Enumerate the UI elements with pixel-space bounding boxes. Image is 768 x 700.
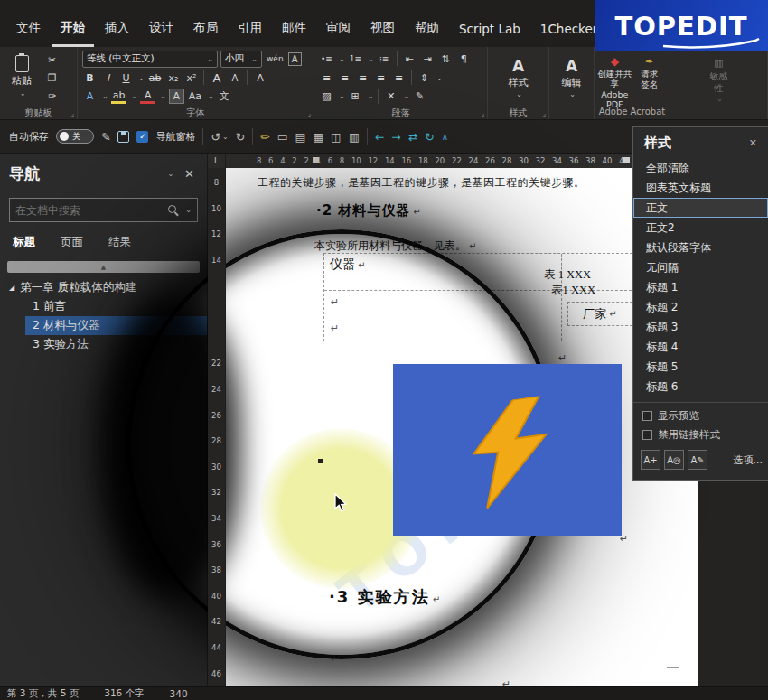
style-default-font[interactable]: 默认段落字体 bbox=[633, 238, 768, 257]
tab-headings[interactable]: 标题 bbox=[13, 235, 35, 250]
navpane-checkbox[interactable]: ✓ bbox=[136, 131, 148, 143]
style-heading-3[interactable]: 标题 3 bbox=[633, 317, 768, 337]
menu-insert[interactable]: 插入 bbox=[96, 13, 138, 47]
style-body-text-2[interactable]: 正文2 bbox=[633, 218, 768, 238]
menu-references[interactable]: 引用 bbox=[229, 13, 271, 47]
swap-arrows-icon[interactable]: ⇄ bbox=[408, 130, 417, 144]
align-left-button[interactable]: ≡ bbox=[319, 70, 334, 86]
asian-layout-button[interactable]: ✕ bbox=[383, 89, 398, 104]
bullets-button[interactable]: •≡ bbox=[319, 51, 334, 67]
heading-2-materials[interactable]: 2 材料与仪器 bbox=[25, 316, 207, 335]
heading-1-foreword[interactable]: 1 前言 bbox=[0, 297, 207, 316]
refresh-icon[interactable]: ↻ bbox=[425, 130, 434, 144]
font-size-select[interactable]: 小四 ⌄ bbox=[220, 51, 262, 68]
table-icon[interactable]: ▤ bbox=[295, 130, 305, 144]
justify-button[interactable]: ≡ bbox=[373, 70, 389, 86]
redo-button[interactable]: ↻ bbox=[236, 130, 245, 144]
menu-script-lab[interactable]: Script Lab bbox=[450, 14, 529, 47]
forward-arrow-icon[interactable]: → bbox=[391, 130, 400, 144]
request-signature-button[interactable]: ✒ 请求 签名 bbox=[632, 50, 668, 89]
style-heading-1[interactable]: 标题 1 bbox=[633, 277, 768, 297]
checkbox-icon[interactable] bbox=[642, 430, 652, 440]
character-shading-button[interactable]: A bbox=[169, 89, 184, 104]
shading-fill-button[interactable]: ▨ bbox=[319, 89, 334, 104]
dialog-launcher-icon[interactable]: ⌟ bbox=[482, 110, 484, 117]
chevron-down-icon[interactable]: ⌄ bbox=[436, 74, 443, 82]
save-icon[interactable] bbox=[117, 131, 129, 143]
font-color-button[interactable]: A bbox=[140, 89, 155, 104]
page-indicator[interactable]: 第 3 页，共 5 页 bbox=[7, 687, 79, 700]
back-arrow-icon[interactable]: ← bbox=[375, 130, 384, 144]
autosave-toggle[interactable]: 关 bbox=[56, 129, 94, 144]
text-effects-button[interactable]: A bbox=[82, 89, 98, 104]
style-heading-6[interactable]: 标题 6 bbox=[633, 377, 768, 397]
style-inspector-button[interactable]: A◎ bbox=[664, 450, 684, 470]
menu-home[interactable]: 开始 bbox=[52, 13, 94, 47]
pen-icon[interactable]: ✎ bbox=[101, 130, 110, 144]
phonetic-guide-icon[interactable]: wén bbox=[265, 51, 286, 67]
change-case-button[interactable]: Aa bbox=[187, 89, 203, 104]
asian-layout-icon[interactable]: 文 bbox=[217, 89, 232, 104]
style-no-spacing[interactable]: 无间隔 bbox=[633, 257, 768, 277]
shape-icon[interactable]: ▭ bbox=[277, 130, 288, 144]
format-painter-icon[interactable]: ✑ bbox=[44, 89, 60, 104]
expand-triangle-icon[interactable]: ◢ bbox=[9, 284, 14, 292]
paste-button[interactable]: 粘贴 ⌄ bbox=[3, 50, 41, 102]
undo-button[interactable]: ↺⌄ bbox=[211, 130, 228, 144]
chevron-down-icon[interactable]: ⌄ bbox=[368, 92, 374, 100]
chart-icon[interactable]: ▥ bbox=[349, 130, 360, 144]
indent-marker[interactable] bbox=[313, 157, 319, 163]
dialog-launcher-icon[interactable]: ⌟ bbox=[71, 110, 74, 117]
chevron-down-icon[interactable]: ⌄ bbox=[403, 92, 409, 100]
clear-formatting-button[interactable]: A bbox=[252, 70, 267, 86]
sort-button[interactable]: ⇅ bbox=[438, 51, 454, 67]
chevron-down-icon[interactable]: ⌄ bbox=[339, 55, 345, 63]
menu-design[interactable]: 设计 bbox=[140, 13, 183, 47]
tab-results[interactable]: 结果 bbox=[108, 235, 131, 250]
cut-icon[interactable]: ✂ bbox=[44, 52, 60, 68]
menu-file[interactable]: 文件 bbox=[7, 13, 50, 47]
align-right-button[interactable]: ≡ bbox=[355, 70, 370, 86]
chevron-down-icon[interactable]: ⌄ bbox=[131, 92, 137, 100]
search-input[interactable] bbox=[15, 204, 164, 217]
word-count[interactable]: 316 个字 bbox=[104, 687, 144, 700]
new-style-button[interactable]: A+ bbox=[641, 450, 660, 470]
tab-stop-selector[interactable]: L bbox=[208, 154, 226, 168]
increase-indent-button[interactable]: ⇥ bbox=[420, 51, 436, 67]
heading-3-methods[interactable]: 3 实验方法 bbox=[0, 335, 207, 354]
numbering-button[interactable]: 1≡ bbox=[348, 51, 363, 67]
chevron-down-icon[interactable]: ⌄ bbox=[208, 92, 214, 100]
highlight-color-button[interactable]: ab bbox=[111, 89, 127, 104]
document-search-box[interactable]: ⌄ bbox=[9, 198, 198, 222]
distribute-button[interactable]: ≡ bbox=[391, 70, 407, 86]
collapse-ribbon-icon[interactable]: ∧ bbox=[442, 132, 448, 142]
style-heading-2[interactable]: 标题 2 bbox=[633, 297, 768, 317]
italic-button[interactable]: I bbox=[100, 70, 116, 86]
disable-linked-option[interactable]: 禁用链接样式 bbox=[633, 425, 768, 444]
chevron-down-icon[interactable]: ⌄ bbox=[185, 206, 192, 214]
scroll-up-strip[interactable]: ▲ bbox=[7, 261, 200, 273]
show-marks-button[interactable]: ¶ bbox=[456, 51, 472, 67]
editing-button[interactable]: A 编辑 ⌄ bbox=[552, 50, 591, 106]
chevron-down-icon[interactable]: ⌄ bbox=[160, 92, 166, 100]
grow-font-button[interactable]: A bbox=[209, 70, 224, 86]
heading-chapter-1[interactable]: ◢ 第一章 质粒载体的构建 bbox=[0, 278, 207, 297]
style-heading-4[interactable]: 标题 4 bbox=[633, 337, 768, 357]
chevron-down-icon[interactable]: ⌄ bbox=[368, 55, 374, 63]
underline-button[interactable]: U bbox=[118, 70, 134, 86]
vertical-ruler[interactable]: 810121422242628303234363840424446 bbox=[208, 168, 226, 686]
style-heading-5[interactable]: 标题 5 bbox=[633, 357, 768, 377]
align-center-button[interactable]: ≡ bbox=[337, 70, 352, 86]
style-chart-english-title[interactable]: 图表英文标题 bbox=[633, 178, 768, 198]
document-image[interactable] bbox=[393, 364, 622, 536]
menu-view[interactable]: 视图 bbox=[361, 13, 404, 47]
menu-review[interactable]: 审阅 bbox=[317, 13, 360, 47]
tab-pages[interactable]: 页面 bbox=[61, 235, 83, 250]
line-spacing-button[interactable]: ⇕ bbox=[417, 70, 432, 86]
menu-layout[interactable]: 布局 bbox=[184, 13, 227, 47]
options-link[interactable]: 选项... bbox=[734, 453, 763, 467]
styles-button[interactable]: A 样式 ⌄ bbox=[491, 50, 546, 106]
shrink-font-button[interactable]: A bbox=[227, 70, 242, 86]
chevron-down-icon[interactable]: ⌄ bbox=[138, 74, 145, 82]
show-preview-option[interactable]: 显示预览 bbox=[633, 406, 768, 425]
